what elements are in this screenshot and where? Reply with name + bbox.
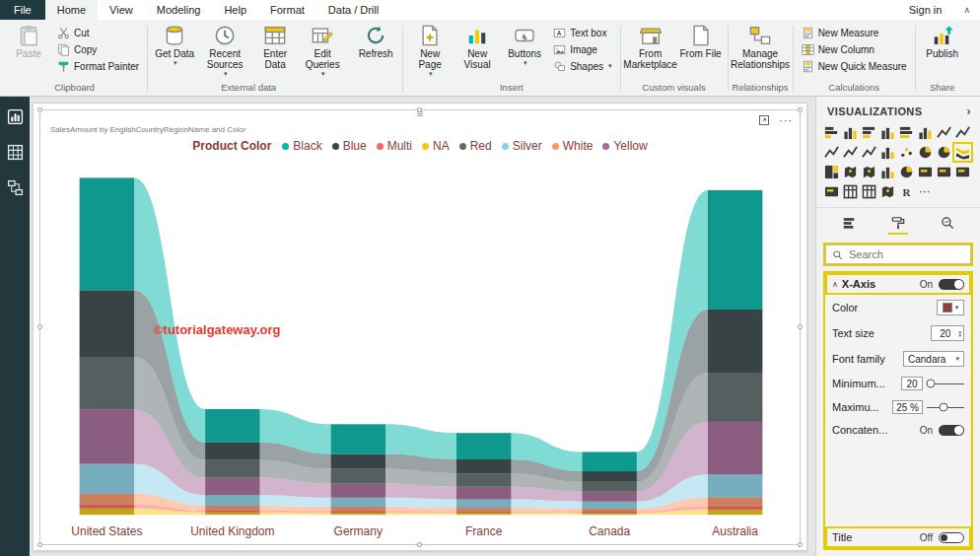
tab-modeling[interactable]: Modeling (145, 0, 213, 20)
tab-format[interactable]: Format (258, 0, 316, 20)
slider-knob[interactable] (940, 403, 948, 412)
waterfall-chart-icon[interactable] (879, 144, 896, 161)
shapes-button[interactable]: Shapes▾ (549, 58, 615, 74)
legend-item[interactable]: Red (459, 139, 492, 153)
ribbon-chart-icon[interactable] (954, 144, 971, 161)
report-view-button[interactable] (5, 106, 25, 126)
tab-format[interactable] (888, 214, 908, 235)
text-size-stepper[interactable]: 20 ▴▾ (931, 325, 964, 341)
data-view-button[interactable] (5, 142, 25, 162)
new-visual-button[interactable]: New Visual (455, 22, 500, 70)
tab-view[interactable]: View (98, 0, 145, 20)
stepper-arrows-icon[interactable]: ▴▾ (958, 329, 963, 338)
hundred-percent-stacked-bar-chart-icon[interactable] (898, 124, 915, 141)
area-chart-icon[interactable] (954, 124, 971, 141)
resize-handle[interactable] (37, 542, 42, 547)
new-page-button[interactable]: New Page▾ (407, 22, 453, 78)
maximum-size-value[interactable]: 25 % (892, 400, 923, 414)
arcgis-map-icon[interactable] (879, 183, 896, 200)
tab-home[interactable]: Home (45, 0, 98, 20)
search-input[interactable] (849, 248, 964, 260)
donut-chart-icon[interactable] (936, 144, 952, 161)
tab-fields[interactable] (839, 214, 859, 235)
tab-analytics[interactable] (938, 214, 957, 235)
collapse-pane-icon[interactable]: › (967, 104, 971, 118)
map-icon[interactable] (842, 164, 859, 180)
get-data-button[interactable]: Get Data▾ (152, 22, 197, 67)
visual-options-icon[interactable]: ··· (779, 116, 793, 124)
more-visuals-icon[interactable]: ··· (917, 183, 934, 200)
ribbon-chart-svg[interactable] (50, 157, 792, 522)
r-script-visual-icon[interactable]: R (898, 183, 915, 200)
collapse-ribbon-icon[interactable]: ∧ (953, 0, 980, 20)
recent-sources-button[interactable]: Recent Sources▾ (199, 22, 250, 78)
focus-mode-icon[interactable] (758, 114, 770, 126)
tab-data-drill[interactable]: Data / Drill (316, 0, 390, 20)
resize-handle[interactable] (798, 542, 803, 547)
model-view-button[interactable] (5, 177, 25, 197)
legend-item[interactable]: Yellow (602, 139, 647, 153)
concatenate-labels-toggle[interactable] (939, 425, 964, 436)
legend-item[interactable]: Silver (502, 139, 542, 153)
resize-handle[interactable] (417, 542, 422, 547)
line-chart-icon[interactable] (936, 124, 952, 141)
image-button[interactable]: Image (549, 41, 615, 57)
legend-item[interactable]: Multi (377, 139, 412, 153)
clustered-bar-chart-icon[interactable] (861, 124, 877, 141)
x-axis-card-header[interactable]: ∧ X-Axis On (825, 273, 971, 295)
legend-item[interactable]: Black (282, 139, 321, 153)
slider-knob[interactable] (926, 380, 935, 388)
resize-handle[interactable] (37, 107, 42, 112)
new-column-button[interactable]: New Column (798, 41, 911, 57)
resize-handle[interactable] (798, 324, 803, 329)
color-swatch-dropdown[interactable]: ▾ (937, 300, 964, 315)
resize-handle[interactable] (417, 107, 422, 112)
title-toggle[interactable] (939, 532, 964, 543)
scatter-chart-icon[interactable] (898, 144, 915, 161)
cut-button[interactable]: Cut (53, 25, 143, 40)
line-and-stacked-column-chart-icon[interactable] (861, 144, 877, 161)
publish-button[interactable]: Publish (920, 22, 965, 59)
from-file-button[interactable]: From File (678, 22, 724, 59)
refresh-button[interactable]: Refresh (353, 22, 398, 59)
new-quick-measure-button[interactable]: New Quick Measure (798, 58, 911, 74)
slicer-icon[interactable] (823, 183, 840, 200)
gauge-icon[interactable] (898, 164, 915, 180)
enter-data-button[interactable]: Enter Data (252, 22, 298, 70)
minimum-category-width-value[interactable]: 20 (901, 377, 923, 390)
stacked-column-chart-icon[interactable] (842, 124, 859, 141)
legend-item[interactable]: Blue (332, 139, 367, 153)
multi-row-card-icon[interactable] (936, 164, 952, 180)
x-axis-toggle[interactable] (939, 279, 964, 290)
matrix-icon[interactable] (861, 183, 877, 200)
funnel-chart-icon[interactable] (879, 164, 896, 180)
hundred-percent-stacked-column-chart-icon[interactable] (917, 124, 934, 141)
buttons-button[interactable]: Buttons▾ (502, 22, 547, 67)
report-page[interactable]: ≡ ··· SalesAmount by EnglishCountryRegio… (33, 103, 807, 551)
stacked-bar-chart-icon[interactable] (823, 124, 840, 141)
copy-button[interactable]: Copy (53, 41, 143, 57)
clustered-column-chart-icon[interactable] (879, 124, 896, 141)
table-icon[interactable] (842, 183, 859, 200)
format-painter-button[interactable]: Format Painter (53, 58, 143, 74)
legend-item[interactable]: White (552, 139, 594, 153)
legend-item[interactable]: NA (422, 139, 450, 153)
resize-handle[interactable] (798, 107, 803, 112)
from-marketplace-button[interactable]: From Marketplace (625, 22, 676, 70)
kpi-icon[interactable] (954, 164, 971, 180)
text-box-button[interactable]: Text box (549, 25, 615, 40)
ribbon-chart-visual[interactable]: ≡ ··· SalesAmount by EnglishCountryRegio… (39, 109, 801, 545)
line-and-clustered-column-chart-icon[interactable] (842, 144, 859, 161)
card-icon[interactable] (917, 164, 934, 180)
stacked-area-chart-icon[interactable] (823, 144, 840, 161)
manage-relationships-button[interactable]: Manage Relationships (735, 22, 786, 70)
font-family-dropdown[interactable]: Candara ▾ (903, 351, 964, 367)
treemap-icon[interactable] (823, 164, 840, 180)
minimum-category-width-slider[interactable] (927, 379, 964, 389)
edit-queries-button[interactable]: Edit Queries▾ (300, 22, 345, 78)
maximum-size-slider[interactable] (927, 402, 964, 413)
paste-button[interactable]: Paste (6, 22, 51, 59)
new-measure-button[interactable]: New Measure (798, 25, 911, 40)
sign-in-button[interactable]: Sign in (897, 0, 954, 20)
tab-file[interactable]: File (0, 0, 45, 20)
